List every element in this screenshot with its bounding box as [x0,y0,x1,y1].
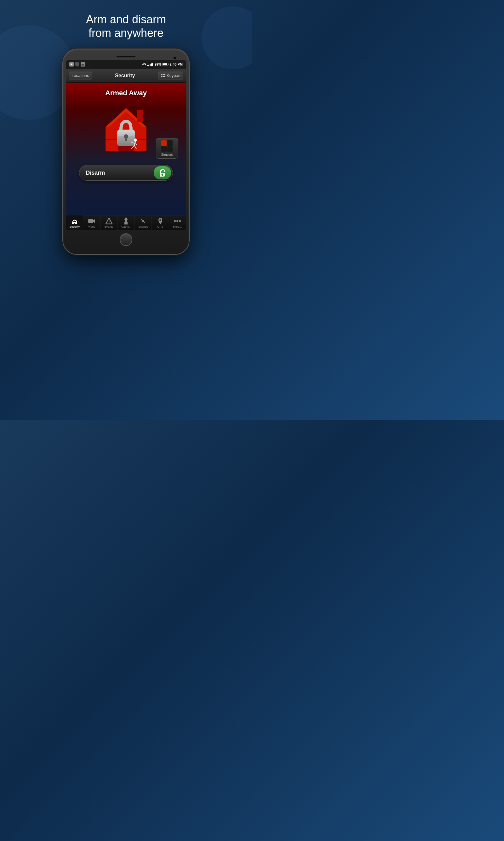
svg-text:!: ! [109,220,110,224]
nav-item-automation[interactable]: Autom... [118,216,134,230]
security-svg [98,102,154,159]
sensors-grid-icon [161,140,173,152]
svg-line-32 [141,219,142,220]
events-nav-icon: ! [105,218,113,224]
keypad-dot [163,74,164,75]
app-content: Armed Away [66,83,186,215]
phone-top [66,54,186,60]
keypad-dot [164,74,165,75]
nav-item-video[interactable]: Video [83,216,100,230]
svg-point-9 [134,139,137,142]
nav-label-security: Security [69,225,80,228]
signal-bar-3 [150,64,150,66]
security-nav-icon [71,218,78,224]
nav-label-more: More... [173,225,182,228]
svg-rect-17 [162,175,163,176]
phone-screen: ▣ 📷 4G 99% [66,60,186,230]
svg-point-35 [159,219,161,221]
phone-body: ▣ 📷 4G 99% [63,49,189,254]
svg-rect-27 [126,222,128,224]
status-bar: ▣ 📷 4G 99% [66,60,186,69]
network-type: 4G [142,63,146,66]
battery-percent: 99% [154,63,161,66]
svg-point-19 [74,223,75,224]
nav-item-more[interactable]: More... [169,216,186,230]
sensor-cell-3 [161,146,167,152]
house-lock-icon[interactable] [98,102,154,159]
battery-fill [163,63,167,65]
sensor-cell-1 [161,140,167,146]
notification-icon-2 [75,62,79,67]
svg-rect-25 [124,220,128,220]
nav-item-scenes[interactable]: Scenes [135,216,152,230]
app-header: Locations Security Keypad [66,69,186,83]
disarm-lock-icon [154,166,171,179]
keypad-button[interactable]: Keypad [158,72,183,80]
svg-point-37 [176,220,178,222]
phone-speaker [116,56,136,57]
keypad-grid-icon [161,74,165,77]
svg-rect-26 [124,222,126,224]
nav-label-automation: Autom... [121,225,131,228]
svg-point-38 [179,220,181,222]
home-button[interactable] [120,233,132,246]
nav-item-security[interactable]: Security [66,216,83,230]
signal-bar-1 [147,65,148,66]
sensors-button[interactable]: Sensors [156,138,178,159]
disarm-button[interactable]: Disarm [79,165,173,181]
gps-nav-icon [157,218,164,224]
nav-item-gps[interactable]: GPS [152,216,169,230]
signal-bar-4 [151,63,152,66]
status-bar-left: ▣ 📷 [69,62,85,67]
svg-rect-2 [137,110,143,122]
unlock-icon-svg [158,168,167,177]
bottom-nav: Security Video ! [66,215,186,230]
svg-rect-20 [88,219,93,223]
nav-label-gps: GPS [157,225,163,228]
locations-button[interactable]: Locations [69,72,92,80]
armed-status: Armed Away [105,89,147,97]
video-nav-icon [88,218,95,224]
phone-device: ▣ 📷 4G 99% [63,49,189,254]
svg-marker-21 [93,219,95,223]
nav-label-video: Video [88,225,95,228]
svg-point-34 [142,220,144,222]
battery-icon [163,63,168,66]
nav-item-events[interactable]: ! Events [101,216,118,230]
signal-bar-2 [148,65,149,66]
clock: 2:40 PM [169,63,183,66]
phone-camera [173,56,176,59]
keypad-label: Keypad [167,73,180,78]
more-nav-icon [174,218,181,224]
notification-icon-3: 📷 [80,62,85,67]
keypad-dot [161,74,162,75]
nav-label-scenes: Scenes [138,225,148,228]
notification-icon-1: ▣ [69,62,74,67]
app-title: Security [115,73,135,79]
keypad-dot [161,76,162,77]
headline: Arm and disarm from anywhere [86,13,166,40]
disarm-label: Disarm [86,170,105,176]
keypad-dot [164,76,165,77]
security-icon-area: Sensors [71,102,181,159]
svg-point-36 [174,220,176,222]
signal-strength [147,63,153,66]
sensor-cell-2 [167,140,173,146]
scenes-nav-icon [139,218,147,224]
svg-rect-8 [125,137,127,141]
signal-bar-5 [152,63,153,66]
svg-line-33 [144,222,145,223]
status-bar-right: 4G 99% 2:40 PM [142,63,183,66]
sensors-label: Sensors [161,153,173,156]
phone-bottom [66,230,186,248]
keypad-dot [163,76,164,77]
sensor-cell-4 [167,146,173,152]
bg-decoration-2 [202,6,252,69]
automation-nav-icon [122,218,130,224]
nav-label-events: Events [105,225,113,228]
